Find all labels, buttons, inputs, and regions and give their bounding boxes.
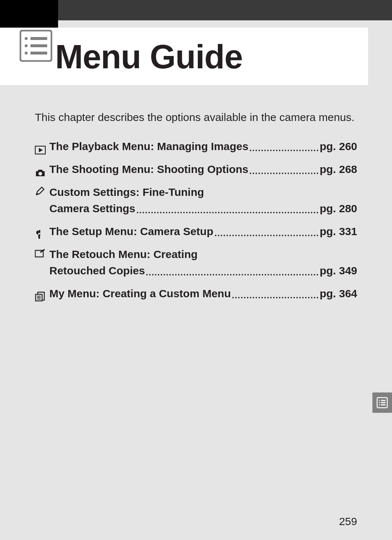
dot-leaders xyxy=(215,235,318,236)
toc-page: pg. 280 xyxy=(320,200,357,217)
dot-leaders xyxy=(250,173,318,174)
svg-point-3 xyxy=(25,44,28,47)
dot-leaders xyxy=(232,297,318,298)
svg-point-17 xyxy=(379,400,380,401)
toc-entry-shooting: The Shooting Menu: Shooting Options pg. … xyxy=(35,161,357,177)
toc-entry-retouch: The Retouch Menu: Creating Retouched Cop… xyxy=(35,246,357,279)
toc-entry-setup: The Setup Menu: Camera Setup pg. 331 xyxy=(35,223,357,239)
svg-point-21 xyxy=(379,404,380,405)
toc-title-line1: The Retouch Menu: Creating xyxy=(49,246,197,262)
toc-entry-mymenu: My Menu: Creating a Custom Menu pg. 364 xyxy=(35,285,357,302)
camera-icon xyxy=(35,166,49,177)
svg-point-19 xyxy=(379,402,380,403)
pencil-icon xyxy=(35,184,49,200)
chapter-tab xyxy=(0,0,58,28)
section-thumb-tab xyxy=(372,392,392,413)
toc-page: pg. 349 xyxy=(320,262,357,279)
header-bar xyxy=(0,0,392,20)
menu-list-icon xyxy=(20,30,52,62)
svg-rect-22 xyxy=(381,404,385,406)
toc-page: pg. 268 xyxy=(320,161,357,177)
svg-rect-20 xyxy=(381,402,385,403)
svg-marker-8 xyxy=(39,148,43,152)
svg-point-5 xyxy=(25,52,28,55)
intro-text: This chapter describes the options avail… xyxy=(35,110,357,125)
svg-rect-6 xyxy=(30,52,47,55)
toc-entry-playback: The Playback Menu: Managing Images pg. 2… xyxy=(35,138,357,154)
svg-rect-18 xyxy=(381,400,385,401)
toc-title-line2: Camera Settings xyxy=(49,200,135,217)
toc-title-line1: Custom Settings: Fine-Tuning xyxy=(49,184,204,200)
toc-title: The Setup Menu: Camera Setup xyxy=(49,223,213,239)
retouch-icon xyxy=(35,246,49,262)
svg-point-9 xyxy=(38,172,42,176)
toc-title: The Shooting Menu: Shooting Options xyxy=(49,161,248,177)
svg-rect-4 xyxy=(30,44,47,47)
menu-list-icon-small xyxy=(376,397,388,408)
my-menu-icon xyxy=(35,289,49,302)
dot-leaders xyxy=(137,212,318,213)
page-number: 259 xyxy=(339,515,357,528)
toc-page: pg. 260 xyxy=(320,138,357,154)
toc-page: pg. 331 xyxy=(320,223,357,239)
dot-leaders xyxy=(250,150,318,151)
playback-icon xyxy=(35,144,49,154)
toc-page: pg. 364 xyxy=(320,285,357,302)
toc-title: The Playback Menu: Managing Images xyxy=(49,138,248,154)
table-of-contents: The Playback Menu: Managing Images pg. 2… xyxy=(35,138,357,308)
toc-title-line2: Retouched Copies xyxy=(49,262,145,279)
toc-entry-custom: Custom Settings: Fine-Tuning Camera Sett… xyxy=(35,184,357,217)
svg-rect-2 xyxy=(30,37,47,40)
wrench-icon xyxy=(35,227,49,239)
toc-title: My Menu: Creating a Custom Menu xyxy=(49,285,231,302)
page-title: Menu Guide xyxy=(55,38,242,76)
dot-leaders xyxy=(146,274,318,275)
svg-point-1 xyxy=(25,37,28,40)
